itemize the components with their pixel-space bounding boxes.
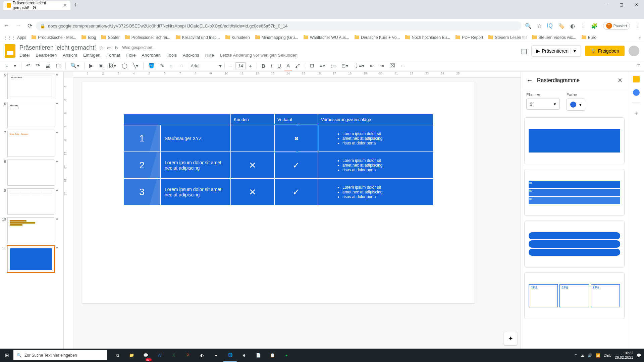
textbox-tool[interactable]: ▣ (97, 61, 105, 70)
bookmark-item[interactable]: Wahlfächer WU Aus... (304, 35, 349, 40)
notifications-icon[interactable]: 💬 (637, 353, 641, 358)
menu-arrange[interactable]: Anordnen (142, 53, 161, 58)
diagram-header-improv[interactable]: Verbesserungsvorschläge (318, 114, 433, 125)
align-button[interactable]: ≡▾ (318, 61, 327, 70)
excel-icon[interactable]: X (167, 349, 180, 362)
numbered-list-button[interactable]: ⊟▾ (339, 61, 351, 70)
powerpoint-icon[interactable]: P (181, 349, 195, 362)
bookmark-item[interactable]: Kreativität und Insp... (176, 35, 220, 40)
image-tool[interactable]: 🖼▾ (107, 61, 118, 70)
bookmark-item[interactable]: Deutsche Kurs + Vo... (355, 35, 400, 40)
slide-canvas[interactable]: Kunden Verkauf Verbesserungsvorschläge 1… (82, 82, 475, 303)
reload-button[interactable]: ⟳ (28, 22, 33, 29)
tray-expand-icon[interactable]: ⌃ (574, 353, 577, 358)
diagram-cell-improv[interactable]: Lorem ipsum dolor sitamet nec at adipisc… (318, 152, 433, 179)
line-spacing-button[interactable]: ↕≡ (329, 62, 338, 70)
template-option-2[interactable]: 01 02 03 (524, 169, 625, 216)
clear-formatting-button[interactable]: ⌧ (387, 61, 397, 70)
keep-icon[interactable] (633, 76, 640, 82)
volume-icon[interactable]: 🔊 (588, 353, 592, 358)
template-option-1[interactable] (524, 117, 625, 164)
select-tool[interactable]: ▶ (87, 61, 95, 70)
diagram-cell-improv[interactable]: Lorem ipsum dolor sitamet nec at adipisc… (318, 179, 433, 205)
template-option-4[interactable]: 45% 28% 36% (524, 272, 625, 319)
comments-icon[interactable]: ▤ (521, 47, 527, 55)
diagram-header-kunden[interactable]: Kunden (231, 114, 274, 125)
grid-diagram[interactable]: Kunden Verkauf Verbesserungsvorschläge 1… (123, 114, 434, 206)
menu-edit[interactable]: Bearbeiten (36, 53, 57, 58)
new-tab-button[interactable]: + (72, 0, 79, 10)
app-icon[interactable]: ◐ (195, 349, 209, 362)
move-icon[interactable]: ▭ (107, 45, 111, 51)
color-select[interactable]: ▾ (567, 99, 585, 111)
bookmark-item[interactable]: Blog (82, 35, 96, 40)
browser-tab[interactable]: Präsentieren leicht gemacht! - G ✕ (3, 1, 70, 10)
diagram-cell-kunden[interactable] (231, 125, 274, 152)
add-addon-icon[interactable]: + (634, 110, 638, 117)
check-icon[interactable]: ✓ (274, 179, 318, 205)
new-slide-button[interactable]: + (3, 62, 10, 70)
text-color-button[interactable]: A (284, 61, 292, 70)
bookmark-item[interactable]: Später (101, 35, 119, 40)
url-field[interactable]: 🔒 docs.google.com/presentation/d/1yV372S… (36, 21, 522, 31)
maximize-button[interactable]: ▢ (614, 0, 629, 9)
app-icon[interactable]: 💬99+ (139, 349, 152, 362)
profile-pausiert[interactable]: T Pausiert (603, 22, 630, 30)
cloud-status-icon[interactable]: ↻ (115, 45, 119, 51)
border-dash-button[interactable]: ⋯ (176, 61, 185, 70)
share-button[interactable]: 🔒 Freigeben (585, 46, 625, 56)
diagram-cell-improv[interactable]: Lorem ipsum dolor sitamet nec at adipisc… (318, 125, 433, 152)
cross-icon[interactable]: ✕ (231, 179, 274, 205)
obs-icon[interactable]: ● (209, 349, 223, 362)
border-weight-button[interactable]: ≡ (168, 62, 175, 70)
slide-thumbnail[interactable] (7, 188, 54, 215)
user-avatar[interactable] (629, 46, 639, 56)
bookmark-item[interactable]: Noch hochladen Bu... (405, 35, 450, 40)
file-explorer-icon[interactable]: 📁 (125, 349, 138, 362)
menu-format[interactable]: Format (106, 53, 120, 58)
diagram-row-label[interactable]: Staubsauger XYZ (160, 125, 231, 152)
close-icon[interactable]: ✕ (618, 77, 623, 84)
slide-thumbnail[interactable]: Erste Folie - Beispiel (7, 131, 54, 157)
zoom-icon[interactable]: 🔍 (525, 23, 532, 29)
collapse-toolbar-icon[interactable]: ⌃ (636, 63, 641, 69)
extensions-icon[interactable]: 🧩 (591, 23, 598, 29)
ext-icon-2[interactable]: 🏷️ (558, 23, 565, 29)
diagram-row-label[interactable]: Lorem ipsum dolor sit amet nec at adipis… (160, 152, 231, 179)
bookmark-item[interactable]: Mindmapping (Gru... (255, 35, 298, 40)
bookmark-overflow-icon[interactable]: » (638, 35, 641, 40)
diagram-row-label[interactable]: Lorem ipsum dolor sit amet nec at adipis… (160, 179, 231, 205)
slides-logo-icon[interactable] (5, 44, 15, 58)
chevron-down-icon[interactable]: ▾ (12, 61, 18, 70)
bookmark-item[interactable]: PDF Report (455, 35, 483, 40)
indent-decrease-button[interactable]: ⇤ (368, 61, 376, 70)
forward-button[interactable]: → (15, 22, 21, 29)
diagram-row-num[interactable]: 2 (123, 152, 160, 179)
font-select[interactable]: Arial (191, 63, 218, 68)
shape-tool[interactable]: ◯ (120, 61, 129, 70)
clock[interactable]: 10:22 26.02.2021 (615, 351, 633, 360)
app-icon[interactable]: 📄 (252, 349, 265, 362)
app-icon[interactable]: 📋 (266, 349, 279, 362)
slide-thumbnail[interactable]: Mindmap (7, 102, 54, 128)
word-icon[interactable]: W (153, 349, 166, 362)
taskbar-search[interactable]: 🔍 Zur Suche Text hier eingeben (13, 350, 107, 360)
back-icon[interactable]: ← (526, 76, 533, 84)
bookmark-item[interactable]: Steuern Lesen !!!! (488, 35, 527, 40)
more-menu-icon[interactable]: ⋮ (635, 23, 641, 29)
ext-icon-1[interactable]: IQ (547, 23, 553, 29)
task-view-icon[interactable]: ⧉ (111, 349, 124, 362)
slide-thumbnail[interactable]: Ich bin Texxt. (7, 73, 54, 99)
fill-color-button[interactable]: 🪣 (146, 61, 157, 70)
bullet-list-button[interactable]: ⋮≡▾ (352, 61, 367, 70)
paint-format-button[interactable]: ⬚ (54, 61, 63, 70)
menu-slide[interactable]: Folie (126, 53, 136, 58)
ext-menu-icon[interactable]: ⋮ (580, 23, 586, 29)
spotify-icon[interactable]: ● (280, 349, 293, 362)
font-size-increase[interactable]: + (247, 62, 254, 70)
minimize-button[interactable]: — (599, 0, 614, 9)
levels-select[interactable]: 3▾ (526, 99, 560, 110)
bookmark-item[interactable]: Büro (582, 35, 596, 40)
slide-thumbnail[interactable] (7, 217, 54, 243)
start-button[interactable]: ⊞ (0, 352, 13, 358)
